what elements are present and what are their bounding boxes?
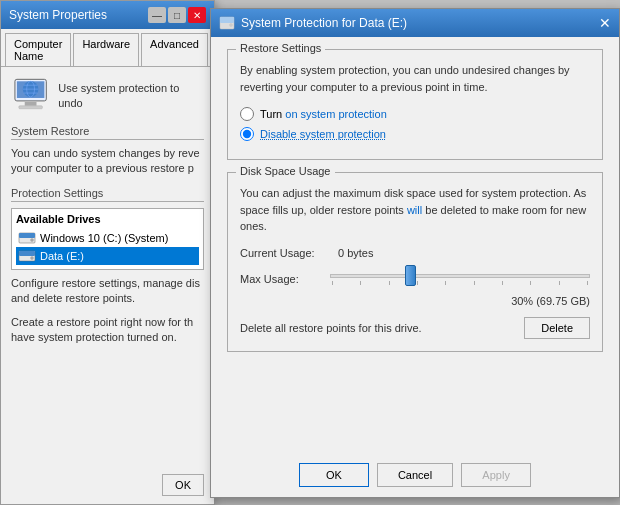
protection-dialog-title: System Protection for Data (E:) [241,16,407,30]
tick-3 [389,281,390,285]
drive-label-data: Data (E:) [40,250,84,262]
protection-settings-title: Protection Settings [11,187,204,202]
slider-container [330,267,590,291]
svg-point-17 [230,24,233,27]
tick-10 [587,281,588,285]
protection-title-left: System Protection for Data (E:) [219,16,407,30]
system-protection-dialog: System Protection for Data (E:) ✕ Restor… [210,8,620,498]
sys-icon-area: Use system protection to undo [11,77,204,115]
computer-icon [11,77,50,115]
protection-settings-section: Protection Settings Available Drives Win… [11,187,204,346]
sys-props-minimize-button[interactable]: — [148,7,166,23]
current-usage-value: 0 bytes [338,247,373,259]
disk-usage-desc: You can adjust the maximum disk space us… [240,185,590,235]
current-usage-label: Current Usage: [240,247,330,259]
sys-restore-text: You can undo system changes by reve your… [11,146,204,177]
disk-space-slider[interactable] [330,274,590,278]
protection-dialog-footer: OK Cancel Apply [211,463,619,487]
svg-point-14 [31,256,34,259]
drive-item-windows[interactable]: Windows 10 (C:) (System) [16,229,199,247]
sys-props-desc: Use system protection to undo [58,81,204,112]
sys-props-titlebar-buttons: — □ ✕ [148,7,206,23]
svg-rect-10 [19,233,35,238]
drive-item-data[interactable]: Data (E:) [16,247,199,265]
radio-disable[interactable]: Disable system protection [240,127,590,141]
radio-disable-input[interactable] [240,127,254,141]
apply-button[interactable]: Apply [461,463,531,487]
max-usage-row: Max Usage: [240,267,590,291]
protection-titlebar: System Protection for Data (E:) ✕ [211,9,619,37]
sys-restore-title: System Restore [11,125,204,140]
tab-hardware[interactable]: Hardware [73,33,139,66]
radio-turn-on[interactable]: Turn on system protection [240,107,590,121]
protection-close-button[interactable]: ✕ [599,16,611,30]
delete-row: Delete all restore points for this drive… [240,317,590,339]
svg-point-11 [31,238,34,241]
disk-usage-legend: Disk Space Usage [236,165,335,177]
tick-6 [474,281,475,285]
create-text: Create a restore point right now for th … [11,315,204,346]
restore-desc: By enabling system protection, you can u… [240,62,590,95]
hdd-title-icon [219,16,235,30]
tick-9 [559,281,560,285]
sys-props-content: Use system protection to undo System Res… [1,67,214,355]
svg-rect-2 [25,102,37,106]
sys-props-close-button[interactable]: ✕ [188,7,206,23]
sys-props-title: System Properties [9,8,107,22]
hdd-icon-windows [18,231,36,245]
tick-5 [445,281,446,285]
tick-1 [332,281,333,285]
protection-dialog-body: Restore Settings By enabling system prot… [211,37,619,376]
radio-turn-on-input[interactable] [240,107,254,121]
current-usage-row: Current Usage: 0 bytes [240,247,590,259]
delete-text: Delete all restore points for this drive… [240,322,422,334]
ok-button[interactable]: OK [299,463,369,487]
tick-4 [417,281,418,285]
sys-props-maximize-button[interactable]: □ [168,7,186,23]
tick-8 [530,281,531,285]
configure-text: Configure restore settings, manage dis a… [11,276,204,307]
restore-settings-legend: Restore Settings [236,42,325,54]
tick-2 [360,281,361,285]
svg-rect-13 [19,251,35,256]
tab-computer-name[interactable]: Computer Name [5,33,71,66]
sys-props-ok-button[interactable]: OK [162,474,204,496]
cancel-button[interactable]: Cancel [377,463,453,487]
drive-label-windows: Windows 10 (C:) (System) [40,232,168,244]
tab-advanced[interactable]: Advanced [141,33,208,66]
drives-box: Available Drives Windows 10 (C:) (System… [11,208,204,270]
radio-turn-on-label: Turn on system protection [260,108,387,120]
sys-props-titlebar: System Properties — □ ✕ [1,1,214,29]
sys-props-tabs: Computer Name Hardware Advanced [1,29,214,67]
disk-usage-group: Disk Space Usage You can adjust the maxi… [227,172,603,352]
delete-button[interactable]: Delete [524,317,590,339]
restore-settings-group: Restore Settings By enabling system prot… [227,49,603,160]
system-properties-window: System Properties — □ ✕ Computer Name Ha… [0,0,215,505]
sys-props-footer: OK [1,474,214,496]
svg-rect-16 [220,17,234,23]
tick-7 [502,281,503,285]
radio-disable-label: Disable system protection [260,128,386,140]
max-usage-label: Max Usage: [240,273,330,285]
slider-percent-display: 30% (69.75 GB) [240,295,590,307]
drives-header: Available Drives [16,213,199,225]
hdd-icon-data [18,249,36,263]
svg-rect-3 [19,106,43,109]
